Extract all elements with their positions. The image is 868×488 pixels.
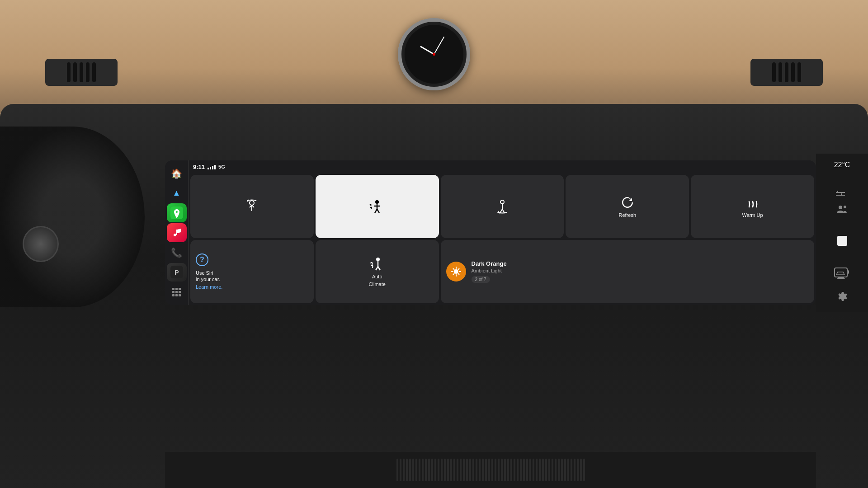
dashboard-clock	[398, 18, 470, 90]
vent-right	[750, 59, 823, 86]
user-icon	[837, 205, 848, 214]
vent-down-button[interactable]	[441, 175, 564, 238]
sidebar-nav: 🏠 ▲ 📞 P	[165, 160, 189, 305]
svg-line-14	[377, 209, 379, 213]
vent-up-button[interactable]	[190, 175, 314, 238]
svg-rect-38	[835, 268, 847, 277]
white-square-indicator	[837, 236, 847, 246]
svg-line-31	[453, 273, 454, 274]
auto-climate-button[interactable]: Auto Climate	[316, 240, 439, 303]
auto-climate-label2: Climate	[369, 282, 386, 287]
svg-point-36	[839, 206, 842, 209]
control-knob[interactable]	[23, 226, 59, 262]
svg-line-30	[458, 269, 459, 270]
warm-up-label: Warm Up	[742, 212, 763, 218]
svg-line-29	[458, 273, 459, 274]
ambient-light-cell[interactable]: Dark Orange Ambient Light 2 of 7	[441, 240, 814, 303]
sidebar-item-maps[interactable]	[167, 203, 187, 222]
svg-point-19	[376, 258, 380, 261]
svg-marker-3	[177, 229, 181, 233]
sidebar-item-home[interactable]: 🏠	[167, 164, 187, 183]
svg-line-13	[375, 209, 377, 213]
status-time: 9:11	[193, 164, 205, 170]
ambient-info: Dark Orange Ambient Light 2 of 7	[472, 260, 507, 283]
ambient-title: Dark Orange	[472, 260, 507, 267]
sidebar-item-phone[interactable]: 📞	[167, 243, 187, 262]
ambient-subtitle: Ambient Light	[472, 268, 507, 273]
speaker-grill: (function() { const grill = document.que…	[165, 452, 816, 488]
vent-left	[45, 59, 118, 86]
settings-icon-1	[836, 191, 849, 200]
auto-climate-label: Auto	[372, 274, 382, 280]
svg-point-1	[174, 234, 176, 236]
status-bar: 9:11 5G	[189, 160, 816, 173]
siri-learn-more-link[interactable]: Learn more.	[196, 284, 308, 290]
svg-point-37	[844, 206, 846, 208]
svg-line-22	[378, 267, 380, 270]
right-icons	[836, 191, 849, 214]
svg-line-28	[453, 269, 454, 270]
vent-person-button[interactable]	[316, 175, 439, 238]
car-interior-top	[0, 0, 868, 113]
svg-text:P: P	[175, 269, 179, 276]
display-button[interactable]	[834, 267, 850, 283]
temperature-display: 22°C	[834, 161, 850, 169]
signal-bars	[208, 164, 216, 169]
svg-line-21	[376, 267, 378, 270]
svg-rect-2	[176, 230, 177, 235]
sidebar-item-porsche[interactable]: P	[167, 263, 187, 282]
right-bottom-icons	[834, 267, 850, 305]
svg-rect-39	[838, 277, 844, 278]
settings-button[interactable]	[836, 290, 849, 305]
right-panel: 22°C	[816, 154, 868, 312]
svg-point-6	[250, 201, 254, 205]
content-area: 9:11 5G	[189, 160, 816, 305]
sidebar-item-apps[interactable]	[167, 282, 187, 301]
svg-rect-40	[837, 278, 845, 279]
status-5g: 5G	[218, 164, 225, 169]
ambient-badge: 2 of 7	[472, 276, 490, 283]
ambient-orb	[446, 262, 466, 282]
siri-cell[interactable]: ? Use Siri in your car. Learn more.	[190, 240, 314, 303]
siri-text: Use Siri in your car.	[196, 270, 308, 283]
svg-line-17	[500, 209, 502, 213]
refresh-label: Refresh	[619, 212, 637, 218]
infotainment-screen: 🏠 ▲ 📞 P	[165, 160, 816, 305]
steering-wheel-area	[0, 127, 145, 307]
svg-point-23	[454, 269, 458, 274]
sidebar-item-navigation[interactable]: ▲	[167, 184, 187, 203]
sidebar-item-music[interactable]	[167, 223, 187, 242]
siri-question-icon: ?	[196, 253, 208, 266]
svg-line-18	[502, 209, 505, 213]
svg-point-10	[375, 200, 379, 204]
warm-up-button[interactable]: Warm Up	[691, 175, 814, 238]
svg-point-15	[500, 200, 504, 204]
refresh-button[interactable]: Refresh	[566, 175, 689, 238]
